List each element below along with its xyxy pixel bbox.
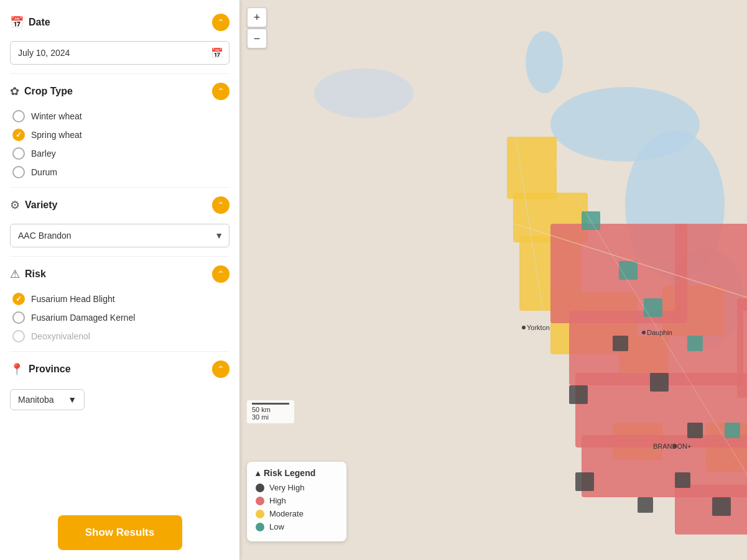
legend-item-low: Low	[256, 522, 338, 531]
crop-winter-wheat-label: Winter wheat	[31, 111, 82, 121]
svg-rect-20	[737, 298, 747, 398]
radio-fusarium-head-blight[interactable]	[12, 293, 25, 305]
crop-type-section-header[interactable]: ✿ Crop Type ⌃	[10, 76, 230, 106]
legend-dot-very-high	[256, 484, 264, 492]
svg-text:Yorkton: Yorkton	[527, 324, 550, 331]
risk-section-title: Risk	[25, 269, 46, 280]
legend-label-high: High	[269, 496, 286, 505]
crop-section-icon: ✿	[10, 85, 19, 98]
variety-section-title: Variety	[25, 200, 57, 211]
legend-label-moderate: Moderate	[269, 509, 304, 518]
crop-spring-wheat[interactable]: Spring wheat	[12, 129, 230, 141]
svg-text:BRANDON+: BRANDON+	[653, 443, 691, 450]
legend-dot-moderate	[256, 510, 264, 518]
zoom-out-button[interactable]: −	[247, 29, 267, 48]
map-controls: + −	[247, 7, 267, 48]
scale-bar: 50 km 30 mi	[247, 400, 294, 423]
crop-barley-label: Barley	[31, 149, 56, 158]
variety-dropdown[interactable]: AAC Brandon AAC Jatharia AC Barrie	[10, 224, 230, 247]
crop-spring-wheat-label: Spring wheat	[31, 130, 82, 140]
date-input[interactable]	[10, 41, 230, 65]
legend-collapse-icon: ▴	[256, 468, 260, 478]
svg-point-45	[522, 326, 526, 329]
svg-rect-36	[575, 472, 594, 491]
crop-type-options: Winter wheat Spring wheat Barley Durum	[12, 110, 230, 178]
svg-rect-42	[644, 298, 662, 317]
risk-fusarium-head-blight[interactable]: Fusarium Head Blight	[12, 293, 230, 305]
svg-rect-41	[619, 261, 638, 280]
svg-rect-30	[650, 373, 669, 392]
legend-header[interactable]: ▴ Risk Legend	[256, 468, 338, 478]
province-value: Manitoba	[18, 395, 54, 405]
svg-rect-7	[507, 137, 557, 199]
legend-item-very-high: Very High	[256, 483, 338, 492]
risk-section-icon: ⚠	[10, 267, 20, 281]
svg-point-47	[642, 331, 646, 334]
radio-barley[interactable]	[12, 147, 25, 160]
svg-rect-31	[687, 423, 703, 438]
province-section-icon: 📍	[10, 362, 24, 376]
variety-section-icon: ⚙	[10, 198, 20, 212]
risk-deoxynivalenol[interactable]: Deoxynivalenol	[12, 330, 230, 342]
province-section-title: Province	[29, 364, 71, 375]
radio-winter-wheat[interactable]	[12, 110, 25, 122]
variety-section-header[interactable]: ⚙ Variety ⌃	[10, 190, 230, 220]
svg-rect-28	[569, 385, 588, 404]
divider-1	[10, 73, 230, 74]
svg-rect-38	[712, 497, 731, 516]
crop-type-section-title: Crop Type	[24, 86, 73, 97]
radio-durum[interactable]	[12, 166, 25, 178]
risk-options: Fusarium Head Blight Fusarium Damaged Ke…	[12, 293, 230, 342]
svg-point-5	[314, 68, 414, 118]
divider-3	[10, 256, 230, 257]
svg-point-4	[526, 31, 563, 93]
zoom-in-button[interactable]: +	[247, 7, 267, 27]
crop-barley[interactable]: Barley	[12, 147, 230, 160]
risk-fusarium-damaged-kernel[interactable]: Fusarium Damaged Kernel	[12, 311, 230, 324]
province-dropdown[interactable]: Manitoba ▼	[10, 389, 85, 410]
risk-deoxynivalenol-label: Deoxynivalenol	[31, 331, 90, 341]
scale-km: 50 km	[252, 406, 289, 413]
radio-deoxynivalenol[interactable]	[12, 330, 25, 342]
date-collapse-button[interactable]: ⌃	[212, 14, 230, 31]
crop-durum[interactable]: Durum	[12, 166, 230, 178]
svg-rect-29	[613, 336, 628, 351]
legend-dot-high	[256, 497, 264, 505]
crop-type-collapse-button[interactable]: ⌃	[212, 83, 230, 100]
show-results-button[interactable]: Show Results	[58, 515, 182, 550]
calendar-section-icon: 📅	[10, 16, 24, 29]
legend-title: Risk Legend	[264, 468, 315, 478]
radio-spring-wheat[interactable]	[12, 129, 25, 141]
svg-rect-44	[725, 423, 740, 438]
divider-2	[10, 187, 230, 188]
svg-rect-22	[675, 485, 747, 535]
svg-rect-19	[675, 224, 747, 311]
date-section-header[interactable]: 📅 Date ⌃	[10, 7, 230, 37]
radio-fusarium-damaged-kernel[interactable]	[12, 311, 25, 324]
legend-item-high: High	[256, 496, 338, 505]
risk-section-header[interactable]: ⚠ Risk ⌃	[10, 259, 230, 289]
risk-collapse-button[interactable]: ⌃	[212, 265, 230, 283]
legend-dot-low	[256, 523, 264, 531]
risk-legend: ▴ Risk Legend Very High High Moderate Lo…	[247, 462, 346, 541]
sidebar: 📅 Date ⌃ 📅 ✿ Crop Type ⌃ Winter wheat	[0, 0, 239, 560]
date-input-wrapper: 📅	[10, 41, 230, 65]
svg-rect-43	[687, 336, 703, 351]
svg-rect-39	[638, 497, 653, 513]
divider-4	[10, 351, 230, 352]
map-area: Yorkton Dauphin BRANDON+ WINNIPEG+ Stein…	[239, 0, 747, 560]
crop-winter-wheat[interactable]: Winter wheat	[12, 110, 230, 122]
province-dropdown-arrow-icon: ▼	[68, 395, 77, 405]
variety-collapse-button[interactable]: ⌃	[212, 196, 230, 214]
risk-fusarium-damaged-kernel-label: Fusarium Damaged Kernel	[31, 313, 135, 323]
risk-fusarium-head-blight-label: Fusarium Head Blight	[31, 294, 115, 304]
svg-rect-37	[675, 472, 690, 488]
variety-dropdown-wrapper: AAC Brandon AAC Jatharia AC Barrie ▼	[10, 224, 230, 247]
date-section-title: Date	[29, 17, 50, 28]
legend-label-low: Low	[269, 522, 284, 531]
scale-mi: 30 mi	[252, 413, 289, 421]
province-section-header[interactable]: 📍 Province ⌃	[10, 354, 230, 384]
province-collapse-button[interactable]: ⌃	[212, 360, 230, 378]
legend-item-moderate: Moderate	[256, 509, 338, 518]
legend-label-very-high: Very High	[269, 483, 304, 492]
